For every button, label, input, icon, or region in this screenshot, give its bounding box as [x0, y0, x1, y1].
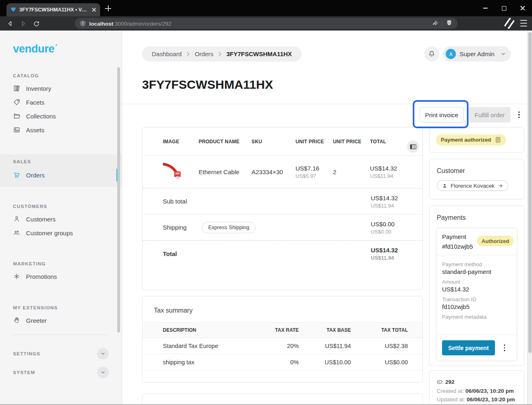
- screen: ♥ 3FY7FSCWSHMA11HX • Vendure ! localhost…: [0, 0, 532, 405]
- field-label: Payment method: [442, 261, 511, 267]
- field-label: Transaction ID: [442, 296, 511, 302]
- sidebar-item-customer-groups[interactable]: Customer groups: [0, 226, 122, 240]
- sidebar-item-collections[interactable]: Collections: [0, 109, 122, 123]
- chevron-right-icon: [218, 52, 221, 57]
- sidebar-item-label: Customer groups: [26, 230, 73, 236]
- chevron-down-icon[interactable]: [97, 367, 109, 378]
- column-settings-button[interactable]: [407, 140, 419, 153]
- order-table-header: IMAGE PRODUCT NAME SKU UNIT PRICE UNIT P…: [142, 127, 423, 156]
- vendure-favicon-icon: ♥: [11, 7, 16, 13]
- sidebar-item-promotions[interactable]: Promotions: [0, 269, 122, 283]
- chevron-down-icon[interactable]: [97, 348, 109, 359]
- tag-icon: [13, 99, 20, 106]
- payment-fields: Payment method standard-payment Amount U…: [436, 255, 517, 335]
- order-state-badge: Payment authorized: [436, 134, 506, 146]
- col-sku: SKU: [252, 139, 296, 144]
- window-close-button[interactable]: [513, 0, 532, 16]
- meta-created-value: 06/06/23, 10:20 pm: [466, 388, 514, 394]
- page-scrollbar-thumb[interactable]: [528, 32, 532, 353]
- payment-header: Payment #fd10zwjb5 Authorized: [436, 228, 517, 255]
- breadcrumb: Dashboard Orders 3FY7FSCWSHMA11HX: [142, 46, 302, 61]
- tax-row: Standard Tax Europe 20% US$11.94 US$2.38: [142, 338, 423, 354]
- folder-icon: [13, 112, 20, 120]
- section-label-customers: CUSTOMERS: [13, 204, 122, 209]
- sidebar-item-facets[interactable]: Facets: [0, 95, 122, 109]
- browser-menu-icon[interactable]: [520, 20, 527, 26]
- settle-payment-button[interactable]: Settle payment: [442, 340, 495, 355]
- field-label: Payment metadata: [442, 314, 511, 320]
- meta-updated-value: 06/06/23, 10:20 pm: [467, 396, 515, 403]
- hand-icon: [13, 317, 20, 324]
- tab-title: 3FY7FSCWSHMA11HX • Vendure: [19, 7, 89, 13]
- subtotal-row: Sub total US$14.32 US$11.94: [142, 188, 423, 215]
- back-button[interactable]: [5, 18, 15, 29]
- reload-button[interactable]: [31, 18, 42, 29]
- sidebar-item-label: Promotions: [26, 273, 57, 280]
- asterisk-icon: [13, 273, 20, 280]
- fulfill-order-button[interactable]: Fulfill order: [469, 107, 510, 123]
- section-label-catalog: CATALOG: [13, 73, 122, 78]
- sidebar-group-system[interactable]: SYSTEM: [13, 365, 109, 380]
- meta-id-label: ID:: [437, 379, 444, 385]
- total-cell: US$14.32 US$11.94: [370, 165, 414, 179]
- notifications-button[interactable]: [424, 46, 439, 61]
- breadcrumb-orders[interactable]: Orders: [195, 50, 213, 57]
- site-info-icon[interactable]: !: [80, 20, 86, 26]
- image-icon: [13, 126, 20, 134]
- new-tab-button[interactable]: [105, 5, 111, 11]
- user-menu[interactable]: Super Admin: [443, 46, 511, 61]
- tax-base: US$10.00: [299, 359, 351, 366]
- tab-close-icon[interactable]: [92, 8, 96, 12]
- url-bar[interactable]: ! localhost:3000/admin/orders/292: [75, 18, 458, 29]
- quantity-cell: 2: [333, 169, 370, 175]
- browser-profile-avatar[interactable]: [504, 18, 515, 29]
- share-icon[interactable]: [431, 19, 439, 28]
- brave-shield-icon[interactable]: [446, 19, 453, 28]
- unit-price-cell: US$7.16 US$5.97: [296, 165, 333, 179]
- sidebar-item-label: Inventory: [26, 85, 51, 92]
- book-icon: [13, 85, 20, 92]
- col-unit-price-2: UNIT PRICE: [333, 139, 370, 144]
- browser-tab[interactable]: ♥ 3FY7FSCWSHMA11HX • Vendure: [7, 3, 100, 16]
- people-group-icon: [13, 229, 20, 236]
- payment-menu-icon[interactable]: [504, 344, 506, 351]
- total-label: Total: [163, 250, 177, 257]
- order-state-card: Payment authorized: [429, 127, 524, 153]
- product-image: [163, 162, 199, 182]
- customer-card-title: Customer: [429, 159, 524, 175]
- section-label-settings: SETTINGS: [13, 351, 40, 356]
- breadcrumb-current: 3FY7FSCWSHMA11HX: [226, 50, 292, 57]
- order-actions-menu-icon[interactable]: [515, 107, 523, 123]
- arrow-right-icon: [498, 183, 503, 188]
- meta-created-label: Created at:: [437, 388, 464, 394]
- sidebar-item-customers[interactable]: Customers: [0, 212, 122, 226]
- sidebar-scrollbar-thumb[interactable]: [117, 67, 120, 333]
- sidebar-item-assets[interactable]: Assets: [0, 123, 122, 137]
- sidebar-item-greeter[interactable]: Greeter: [0, 313, 122, 327]
- field-value: US$14.32: [442, 286, 511, 293]
- tax-base: US$11.94: [299, 343, 351, 349]
- page-scrollbar[interactable]: [527, 31, 532, 405]
- payment-status-badge: Authorized: [477, 236, 514, 246]
- vendure-logo[interactable]: vendure: [13, 43, 55, 55]
- col-tax-base: TAX BASE: [299, 327, 351, 333]
- tax-rate: 0%: [250, 359, 299, 366]
- window-maximize-button[interactable]: [495, 0, 513, 16]
- customer-link[interactable]: Florence Kovacek: [437, 180, 508, 191]
- print-invoice-button[interactable]: Print invoice: [420, 107, 464, 123]
- sidebar-item-orders[interactable]: Orders: [0, 167, 122, 183]
- col-unit-price: UNIT PRICE: [296, 139, 333, 144]
- forward-button[interactable]: [18, 18, 28, 29]
- tax-description: Standard Tax Europe: [163, 343, 250, 349]
- window-minimize-button[interactable]: [476, 0, 495, 16]
- meta-id-row: ID: 292: [437, 378, 517, 387]
- order-lines-card: IMAGE PRODUCT NAME SKU UNIT PRICE UNIT P…: [142, 127, 423, 290]
- col-description: DESCRIPTION: [163, 327, 250, 333]
- sales-section: SALES Orders: [0, 154, 122, 187]
- sidebar-item-inventory[interactable]: Inventory: [0, 81, 122, 95]
- breadcrumb-dashboard[interactable]: Dashboard: [152, 50, 182, 57]
- shipping-value: US$0.00 US$0.00: [371, 220, 394, 234]
- customer-name: Florence Kovacek: [451, 183, 495, 189]
- header-divider: [122, 104, 527, 104]
- sidebar-group-settings[interactable]: SETTINGS: [13, 346, 109, 361]
